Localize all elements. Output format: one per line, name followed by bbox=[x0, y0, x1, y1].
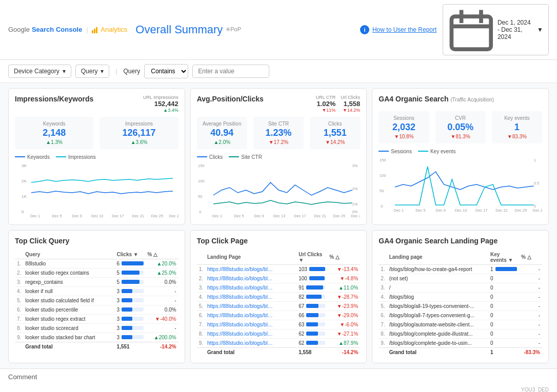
svg-text:1: 1 bbox=[534, 158, 536, 162]
clicks-chart: 150 100 50 0 3% 2% 1% 0% Dec 1 Dec 5 Dec… bbox=[197, 162, 361, 218]
svg-text:0: 0 bbox=[199, 210, 201, 214]
col-clicks[interactable]: Clicks ▼ bbox=[115, 250, 146, 259]
query-table: Query Clicks ▼ % △ 1. 88lstudio 6 ▲20.0%… bbox=[15, 250, 178, 351]
info-icon: i bbox=[360, 25, 369, 34]
svg-text:50: 50 bbox=[198, 194, 202, 199]
svg-text:Dec 17: Dec 17 bbox=[294, 214, 306, 218]
table-row: 2. looker studio regex contains 5 ▲25.0% bbox=[15, 268, 178, 277]
svg-text:Dec 13: Dec 13 bbox=[91, 214, 104, 218]
svg-text:Dec 25: Dec 25 bbox=[151, 214, 164, 218]
table-row: 9. /blogs/blog/complete-guide-to-usin...… bbox=[379, 338, 542, 347]
device-category-dropdown[interactable]: Device Category ▾ bbox=[8, 65, 71, 78]
col-clicks[interactable]: Url Clicks ▼ bbox=[296, 250, 327, 265]
contains-select[interactable]: Contains bbox=[144, 64, 188, 78]
metrics-row: Keywords 2,148 ▲1.3% Impressions 126,117… bbox=[15, 117, 178, 149]
svg-text:Dec 9: Dec 9 bbox=[72, 214, 82, 218]
metrics-row: Sessions 2,032 ▼10.8% CVR 0.05% ▼81.3% K… bbox=[379, 111, 542, 143]
table-row: 8. looker studio scorecard 3 - bbox=[15, 323, 178, 333]
query-filter-label: Query bbox=[124, 68, 141, 75]
col-pct: % △ bbox=[146, 250, 178, 259]
svg-text:Dec 17: Dec 17 bbox=[475, 208, 488, 213]
svg-text:Dec 5: Dec 5 bbox=[52, 214, 62, 218]
help-link[interactable]: How to User the Report bbox=[372, 26, 436, 33]
table-row: 7. /blogs/blog/automate-website-client..… bbox=[379, 320, 542, 329]
logo-area: Google Search Console | Analytics bbox=[8, 26, 127, 33]
col-rank bbox=[15, 250, 23, 259]
table-row: 6. looker studio percentile 3 0.0% bbox=[15, 305, 178, 314]
table-row: 3. https://88lstudio.io/blogs/blog/looke… bbox=[197, 283, 361, 292]
page-table: Landing Page Url Clicks ▼ % △ 1. https:/… bbox=[197, 250, 361, 357]
svg-text:Dec 29: Dec 29 bbox=[169, 214, 178, 218]
metrics-row: Average Position 40.94 ▲2.0% Site CTR 1.… bbox=[197, 117, 361, 149]
svg-text:100: 100 bbox=[380, 173, 386, 178]
impressions-metric: Impressions 126,117 ▲3.6% bbox=[100, 117, 178, 149]
svg-text:2%: 2% bbox=[352, 187, 357, 191]
table-row: 2. https://88lstudio.io/blogs/blog/looke… bbox=[197, 274, 361, 283]
table-row: 4. /blogs/blog 0 - bbox=[379, 292, 542, 301]
svg-text:Dec 29: Dec 29 bbox=[351, 214, 360, 218]
svg-text:0: 0 bbox=[381, 204, 383, 209]
calendar-icon bbox=[448, 7, 494, 53]
header: Google Search Console | Analytics Overal… bbox=[0, 0, 557, 60]
table-title: Top Click Query bbox=[15, 237, 178, 245]
pop-badge: ※PoP bbox=[226, 26, 241, 33]
card-header: Impressions/Keywords URL Impressions 152… bbox=[15, 95, 178, 113]
col-events[interactable]: Key events ▼ bbox=[488, 250, 519, 265]
svg-text:100: 100 bbox=[198, 179, 204, 183]
svg-text:Dec 13: Dec 13 bbox=[273, 214, 285, 218]
filter-separator: | bbox=[115, 68, 117, 75]
filters-bar: Device Category ▾ Query ▾ | Query Contai… bbox=[0, 60, 557, 83]
table-row: 4. https://88lstudio.io/blogs/blog/looke… bbox=[197, 292, 361, 301]
ga4-subtitle: (Traffic Acquisition) bbox=[451, 97, 494, 102]
col-page: Landing page bbox=[387, 250, 488, 265]
table-row: 6. /blogs/blog/all-7-types-convenient-g.… bbox=[379, 311, 542, 320]
table-title: Top Click Page bbox=[197, 237, 361, 245]
comment-section: Comment bbox=[0, 368, 557, 385]
table-row: 1. 88lstudio 6 ▲20.0% bbox=[15, 259, 178, 268]
sessions-metric: Sessions 2,032 ▼10.8% bbox=[379, 111, 429, 143]
table-row: 9. https://88lstudio.io/blogs/blog/looke… bbox=[197, 338, 361, 347]
top-click-query-card: Top Click Query Query Clicks ▼ % △ 1. 88… bbox=[8, 230, 185, 363]
grand-total-row: Grand total 1 -83.3% bbox=[379, 347, 542, 357]
gsc-logo: Search Console bbox=[32, 26, 82, 33]
table-row: 7. https://88lstudio.io/blogs/blog/looke… bbox=[197, 320, 361, 329]
svg-rect-3 bbox=[452, 16, 491, 49]
page-title: Overall Summary ※PoP bbox=[135, 23, 360, 36]
svg-text:Dec 21: Dec 21 bbox=[496, 208, 508, 213]
table-row: 5. looker studio calculated field if 3 - bbox=[15, 296, 178, 305]
impressions-keywords-card: Impressions/Keywords URL Impressions 152… bbox=[8, 88, 185, 225]
chevron-down-icon: ▾ bbox=[101, 68, 104, 75]
table-row: 6. https://88lstudio.io/blogs/blog/looke… bbox=[197, 311, 361, 320]
table-row: 8. https://88lstudio.io/blogs/blog/looke… bbox=[197, 329, 361, 338]
ga4-landing-page-card: GA4 Organic Search Landing Page Landing … bbox=[372, 230, 549, 363]
tables-grid: Top Click Query Query Clicks ▼ % △ 1. 88… bbox=[0, 230, 557, 368]
key-events-metric: Key events 1 ▼83.3% bbox=[492, 111, 542, 143]
col-rank bbox=[197, 250, 205, 265]
svg-rect-2 bbox=[96, 27, 97, 33]
url-clicks-stat: Url Clicks 1,558 ▼14.2% bbox=[341, 95, 360, 113]
table-row: 2. (not set) 0 - bbox=[379, 274, 542, 283]
comment-label: Comment bbox=[8, 373, 37, 381]
query-dropdown[interactable]: Query ▾ bbox=[75, 65, 110, 78]
svg-text:2K: 2K bbox=[22, 179, 27, 183]
svg-rect-1 bbox=[94, 29, 95, 33]
footer-text: YOU3_DED bbox=[521, 387, 549, 392]
chevron-down-icon: ▾ bbox=[63, 68, 66, 75]
charts-grid: Impressions/Keywords URL Impressions 152… bbox=[0, 83, 557, 230]
svg-text:Dec 17: Dec 17 bbox=[112, 214, 124, 218]
url-ctr-stat: URL CTR 1.02% ▼11% bbox=[316, 95, 336, 113]
value-input[interactable] bbox=[192, 65, 269, 78]
keywords-chart: 3K 2K 1K 0 Dec 1 Dec 5 Dec 9 Dec 13 Dec … bbox=[15, 162, 178, 218]
svg-text:Dec 29: Dec 29 bbox=[533, 208, 542, 213]
svg-text:Dec 13: Dec 13 bbox=[455, 208, 467, 213]
col-pct: % △ bbox=[519, 250, 542, 265]
chevron-down-icon: ▼ bbox=[537, 26, 543, 33]
table-row: 8. /blogs/blog/complete-guide-illustrat.… bbox=[379, 329, 542, 338]
date-range-picker[interactable]: Dec 1, 2024 - Dec 31, 2024 ▼ bbox=[443, 4, 549, 55]
ga4-organic-card: GA4 Organic Search (Traffic Acquisition)… bbox=[372, 88, 549, 225]
chart-legend: Sessions Key events bbox=[379, 149, 542, 154]
logo-separator: | bbox=[86, 26, 88, 33]
col-page: Landing Page bbox=[205, 250, 296, 265]
table-row: 5. /blogs/blog/all-19-types-convenient-.… bbox=[379, 301, 542, 311]
card-header: GA4 Organic Search (Traffic Acquisition) bbox=[379, 95, 542, 107]
